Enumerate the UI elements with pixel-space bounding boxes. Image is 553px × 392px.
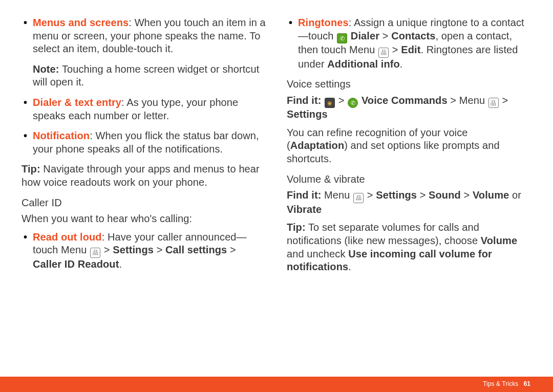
menu-icon: 品	[353, 193, 364, 203]
bullet-notification: Notification: When you flick the status …	[33, 129, 266, 156]
note-text: Touching a home screen widget or shortcu…	[33, 63, 259, 88]
text: Menu	[321, 189, 353, 201]
bullet-label: Ringtones	[298, 17, 349, 28]
bullet-label: Menus and screens	[33, 17, 129, 28]
volume-tip: Tip: To set separate volumes for calls a…	[287, 221, 531, 273]
caller-id-subtext: When you want to hear who's calling:	[22, 212, 266, 226]
bullet-label: Read out loud	[33, 231, 102, 243]
findit-volume: Find it: Menu 品 > Settings > Sound > Vol…	[287, 189, 531, 216]
additional-info-label: Additional info	[327, 58, 399, 70]
text: >	[227, 244, 236, 255]
settings-label: Settings	[287, 108, 328, 120]
volume-label: Volume	[481, 235, 517, 246]
left-bullets: Menus and screens: When you touch an ite…	[22, 16, 266, 156]
bullet-label: Notification	[33, 130, 90, 141]
right-column: Ringtones: Assign a unique ringtone to a…	[287, 16, 531, 278]
footer-section: Tips & Tricks	[483, 380, 519, 388]
heading-caller-id: Caller ID	[22, 197, 266, 210]
bullet-label: Dialer & text entry	[33, 97, 121, 108]
text: >	[461, 189, 473, 201]
text: .	[119, 258, 122, 270]
voice-body: You can refine recognition of your voice…	[287, 126, 531, 166]
text: >	[417, 189, 429, 201]
settings-label: Settings	[113, 244, 154, 255]
vibrate-label: Vibrate	[287, 204, 322, 215]
columns: Menus and screens: When you touch an ite…	[0, 0, 553, 278]
bullet-read-out-loud: Read out loud: Have your caller announce…	[33, 231, 266, 271]
tip-label: Tip:	[287, 222, 306, 233]
bullet-menus-screens: Menus and screens: When you touch an ite…	[33, 16, 266, 89]
text: > Menu	[448, 95, 488, 106]
contacts-label: Contacts	[391, 30, 435, 41]
text: >	[389, 44, 401, 55]
adaptation-label: Adaptation	[290, 140, 344, 151]
sound-label: Sound	[429, 189, 461, 201]
text: >	[335, 95, 347, 106]
footer-page: 61	[523, 380, 530, 388]
left-column: Menus and screens: When you touch an ite…	[22, 16, 266, 278]
heading-volume-vibrate: Volume & vibrate	[287, 173, 531, 186]
text: .	[400, 58, 403, 70]
findit-label: Find it:	[287, 189, 321, 201]
voice-icon: ✆	[348, 98, 358, 108]
text: >	[379, 30, 391, 41]
text: To set separate volumes for calls and no…	[287, 222, 481, 246]
findit-label: Find it:	[287, 95, 321, 106]
right-bullets: Ringtones: Assign a unique ringtone to a…	[287, 16, 531, 71]
left-bullets-2: Read out loud: Have your caller announce…	[22, 231, 266, 271]
menu-icon: 品	[90, 248, 100, 258]
text: and uncheck	[287, 248, 348, 259]
text: >	[364, 189, 376, 201]
launcher-icon: ◉	[325, 98, 335, 108]
text: >	[101, 244, 113, 255]
dialer-icon: ✆	[337, 33, 347, 43]
tip-text: Navigate through your apps and menus to …	[22, 163, 260, 188]
footer: Tips & Tricks 61	[0, 377, 553, 392]
findit-voice: Find it: ◉ > ✆ Voice Commands > Menu 品 >…	[287, 94, 531, 121]
bullet-ringtones: Ringtones: Assign a unique ringtone to a…	[298, 16, 531, 71]
settings-label: Settings	[376, 189, 417, 201]
text: or	[509, 189, 521, 201]
menu-icon: 品	[378, 48, 389, 58]
dialer-label: Dialer	[348, 30, 379, 41]
heading-voice-settings: Voice settings	[287, 78, 531, 91]
voice-commands-label: Voice Commands	[358, 95, 447, 106]
text: >	[154, 244, 165, 255]
menu-icon: 品	[488, 98, 499, 108]
tip-block: Tip: Navigate through your apps and menu…	[22, 163, 266, 189]
caller-id-readout-label: Caller ID Readout	[33, 258, 119, 270]
text: .	[348, 261, 351, 272]
edit-label: Edit	[401, 44, 420, 55]
volume-label: Volume	[473, 189, 509, 201]
call-settings-label: Call settings	[165, 244, 227, 255]
note-block: Note: Touching a home screen widget or s…	[33, 63, 266, 89]
note-label: Note:	[33, 63, 59, 75]
tip-label: Tip:	[22, 163, 40, 175]
page: Menus and screens: When you touch an ite…	[0, 0, 553, 392]
bullet-dialer-text: Dialer & text entry: As you type, your p…	[33, 96, 266, 122]
text: >	[499, 95, 508, 106]
